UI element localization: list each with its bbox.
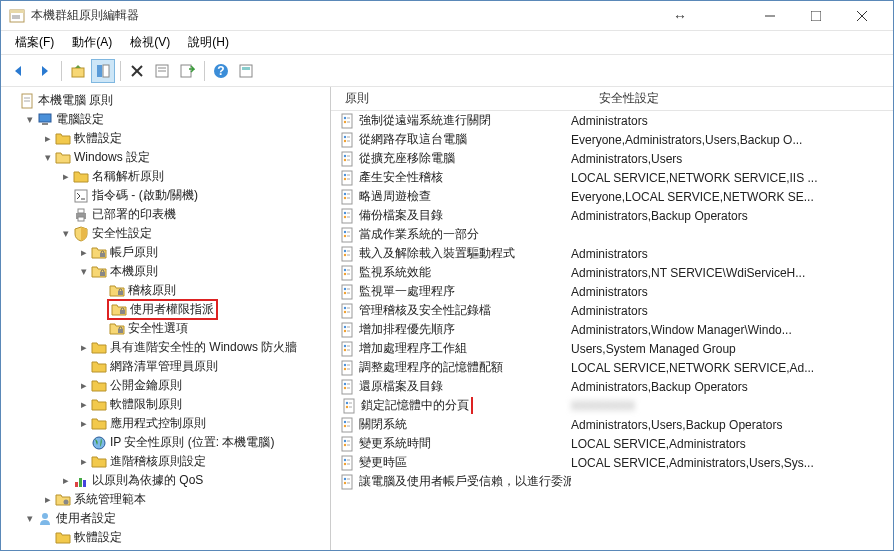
svg-point-67 [344,211,346,213]
tree-ipsec[interactable]: IP 安全性原則 (位置: 本機電腦) [1,433,330,452]
tree-security-settings[interactable]: ▾安全性設定 [1,224,330,243]
tree-security-options[interactable]: 安全性選項 [1,319,330,338]
tree-advanced-audit[interactable]: ▸進階稽核原則設定 [1,452,330,471]
list-row[interactable]: 讓電腦及使用者帳戶受信賴，以進行委派 [331,472,893,491]
expander-icon[interactable]: ▾ [23,512,37,525]
list-row[interactable]: 還原檔案及目錄Administrators,Backup Operators [331,377,893,396]
list-row[interactable]: 從網路存取這台電腦Everyone,Administrators,Users,B… [331,130,893,149]
expander-icon[interactable]: ▾ [59,227,73,240]
tree-qos[interactable]: ▸以原則為依據的 QoS [1,471,330,490]
tree-name-resolution[interactable]: ▸名稱解析原則 [1,167,330,186]
back-button[interactable] [7,59,31,83]
tree-software-settings[interactable]: ▸軟體設定 [1,129,330,148]
list-row[interactable]: 變更系統時間LOCAL SERVICE,Administrators [331,434,893,453]
expander-icon[interactable]: ▸ [41,493,55,506]
list-row[interactable]: 增加排程優先順序Administrators,Window Manager\Wi… [331,320,893,339]
cell-policy-name: 從網路存取這台電腦 [331,131,571,148]
forward-button[interactable] [32,59,56,83]
svg-rect-34 [118,329,123,333]
expander-icon[interactable]: ▸ [77,417,91,430]
list-pane[interactable]: 原則 安全性設定 強制從遠端系統進行關閉Administrators從網路存取這… [331,87,893,550]
tree-admin-templates[interactable]: ▸系統管理範本 [1,490,330,509]
maximize-button[interactable] [793,2,839,30]
folder-icon [91,359,107,375]
list-row[interactable]: 當成作業系統的一部分 [331,225,893,244]
expander-icon[interactable]: ▸ [59,474,73,487]
menu-help[interactable]: 說明(H) [180,31,237,54]
menu-view[interactable]: 檢視(V) [122,31,178,54]
tree-user-config[interactable]: ▾使用者設定 [1,509,330,528]
cell-policy-name: 變更系統時間 [331,435,571,452]
export-button[interactable] [175,59,199,83]
cell-security-setting: Everyone,LOCAL SERVICE,NETWORK SE... [571,190,893,204]
delete-button[interactable] [125,59,149,83]
svg-rect-33 [120,310,125,314]
tree-deployed-printers[interactable]: 已部署的印表機 [1,205,330,224]
expander-icon[interactable]: ▸ [77,246,91,259]
list-row[interactable]: 鎖定記憶體中的分頁XXXXXXXX [331,396,893,415]
expander-icon[interactable]: ▸ [77,341,91,354]
menu-action[interactable]: 動作(A) [64,31,120,54]
list-row[interactable]: 關閉系統Administrators,Users,Backup Operator… [331,415,893,434]
tree-user-rights[interactable]: 使用者權限指派 [1,300,330,319]
expander-icon[interactable]: ▸ [77,379,91,392]
column-header-security[interactable]: 安全性設定 [591,90,893,107]
tree-label: 稽核原則 [128,282,176,299]
list-row[interactable]: 載入及解除載入裝置驅動程式Administrators [331,244,893,263]
expander-icon[interactable]: ▸ [77,455,91,468]
tree-local-policies[interactable]: ▾本機原則 [1,262,330,281]
list-row[interactable]: 增加處理程序工作組Users,System Managed Group [331,339,893,358]
tree-root[interactable]: 本機電腦 原則 [1,91,330,110]
tree-public-key[interactable]: ▸公開金鑰原則 [1,376,330,395]
help-button[interactable]: ? [209,59,233,83]
tree-pane[interactable]: 本機電腦 原則▾電腦設定▸軟體設定▾Windows 設定▸名稱解析原則指令碼 -… [1,87,331,550]
svg-rect-131 [342,456,352,470]
properties-button[interactable] [150,59,174,83]
policy-icon [339,113,355,129]
svg-point-128 [344,443,346,445]
tree-computer-config[interactable]: ▾電腦設定 [1,110,330,129]
svg-point-98 [344,329,346,331]
tree-audit-policy[interactable]: 稽核原則 [1,281,330,300]
expander-icon[interactable]: ▾ [23,113,37,126]
expander-icon[interactable]: ▾ [41,151,55,164]
svg-point-103 [344,348,346,350]
list-row[interactable]: 備份檔案及目錄Administrators,Backup Operators [331,206,893,225]
tree-label: IP 安全性原則 (位置: 本機電腦) [110,434,274,451]
expander-icon[interactable]: ▸ [77,398,91,411]
close-button[interactable] [839,2,885,30]
list-row[interactable]: 監視單一處理程序Administrators [331,282,893,301]
expander-icon[interactable]: ▸ [41,132,55,145]
menu-file[interactable]: 檔案(F) [7,31,62,54]
tree-firewall[interactable]: ▸具有進階安全性的 Windows 防火牆 [1,338,330,357]
expander-icon[interactable]: ▸ [59,170,73,183]
policy-icon [339,417,355,433]
svg-rect-26 [75,190,87,202]
svg-point-43 [344,120,346,122]
tree-truncated[interactable]: 軟體設定 [1,528,330,547]
column-header-name[interactable]: 原則 [331,90,591,107]
tree-software-restrict[interactable]: ▸軟體限制原則 [1,395,330,414]
list-row[interactable]: 略過周遊檢查Everyone,LOCAL SERVICE,NETWORK SE.… [331,187,893,206]
list-row[interactable]: 變更時區LOCAL SERVICE,Administrators,Users,S… [331,453,893,472]
tree-scripts[interactable]: 指令碼 - (啟動/關機) [1,186,330,205]
svg-rect-111 [342,380,352,394]
svg-rect-30 [100,253,105,257]
minimize-button[interactable] [747,2,793,30]
list-row[interactable]: 產生安全性稽核LOCAL SERVICE,NETWORK SERVICE,IIS… [331,168,893,187]
expander-icon[interactable]: ▾ [77,265,91,278]
list-row[interactable]: 管理稽核及安全性記錄檔Administrators [331,301,893,320]
up-button[interactable] [66,59,90,83]
list-row[interactable]: 監視系統效能Administrators,NT SERVICE\WdiServi… [331,263,893,282]
show-hide-button[interactable] [91,59,115,83]
cell-policy-name: 備份檔案及目錄 [331,207,571,224]
refresh-button[interactable] [234,59,258,83]
list-row[interactable]: 從擴充座移除電腦Administrators,Users [331,149,893,168]
tree-network-list[interactable]: 網路清單管理員原則 [1,357,330,376]
list-row[interactable]: 調整處理程序的記憶體配額LOCAL SERVICE,NETWORK SERVIC… [331,358,893,377]
cell-security-setting: LOCAL SERVICE,Administrators,Users,Sys..… [571,456,893,470]
tree-app-control[interactable]: ▸應用程式控制原則 [1,414,330,433]
tree-account-policies[interactable]: ▸帳戶原則 [1,243,330,262]
tree-windows-settings[interactable]: ▾Windows 設定 [1,148,330,167]
list-row[interactable]: 強制從遠端系統進行關閉Administrators [331,111,893,130]
